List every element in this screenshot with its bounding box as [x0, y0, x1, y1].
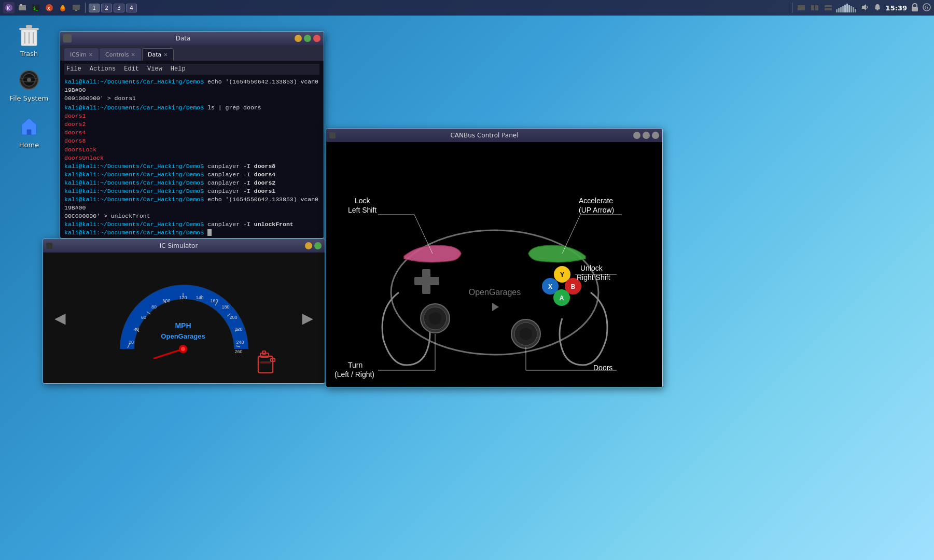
workspace-3-button[interactable]: 3	[114, 4, 124, 12]
svg-text:B: B	[571, 283, 576, 290]
terminal-window-icon	[63, 34, 72, 43]
menu-actions[interactable]: Actions	[90, 65, 116, 74]
svg-rect-12	[798, 5, 805, 10]
terminal-titlebar: Data	[60, 32, 324, 45]
svg-point-80	[429, 312, 441, 325]
svg-text:G: G	[925, 5, 928, 10]
taskbar-right: 15:39 G	[836, 3, 931, 13]
cmd-5: canplayer -I	[207, 179, 254, 186]
tab-data[interactable]: Data ✕	[142, 48, 174, 61]
tab-data-close[interactable]: ✕	[163, 52, 168, 58]
controller-brand: OpenGarages	[469, 288, 521, 297]
cmd-8: canplayer -I	[207, 221, 254, 228]
terminal-line-5: kali@kali:~/Documents/Car_Hacking/Demo$ …	[64, 179, 319, 187]
canbus-window-title: CANBus Control Panel	[338, 132, 631, 139]
doors-annotation: Doors	[593, 363, 612, 372]
next-arrow[interactable]: ▶	[302, 310, 313, 327]
turn-annotation-line1: Turn	[348, 361, 363, 369]
svg-rect-20	[842, 6, 844, 12]
tab-icsim-close[interactable]: ✕	[89, 52, 93, 58]
output-doors2: doors2	[64, 120, 319, 129]
cmd-4: canplayer -I	[207, 171, 254, 178]
home-icon-desktop[interactable]: Home	[8, 114, 50, 149]
svg-rect-18	[838, 8, 840, 12]
terminal-minimize-button[interactable]	[295, 35, 302, 42]
canbus-close-button[interactable]	[652, 132, 659, 139]
workspace-4-button[interactable]: 4	[126, 4, 137, 12]
taskbar-term-icon[interactable]: $_	[30, 2, 41, 13]
svg-point-68	[181, 347, 185, 351]
menu-file[interactable]: File	[66, 65, 81, 74]
menu-edit[interactable]: Edit	[124, 65, 139, 74]
taskbar-win-btn-1[interactable]	[796, 2, 807, 13]
taskbar-files-icon[interactable]	[17, 2, 28, 13]
svg-rect-13	[811, 5, 814, 10]
svg-rect-73	[260, 361, 271, 363]
filesystem-icon-desktop[interactable]: File System	[8, 67, 50, 102]
icsim-window: IC Simulator ◀ ▶ 20 40 60	[43, 239, 325, 384]
terminal-close-button[interactable]	[313, 35, 320, 42]
output-doors4: doors4	[64, 129, 319, 137]
terminal-line-9: kali@kali:~/Documents/Car_Hacking/Demo$	[64, 229, 319, 237]
svg-line-66	[154, 349, 183, 358]
svg-rect-14	[815, 5, 818, 10]
terminal-menu-bar: File Actions Edit View Help	[64, 64, 319, 75]
output-doorslock: doorsLock	[64, 146, 319, 154]
home-label: Home	[19, 141, 39, 149]
canbus-maximize-button[interactable]	[643, 132, 650, 139]
taskbar-win-btn-3[interactable]	[823, 2, 834, 13]
tab-controls[interactable]: Controls ✕	[100, 48, 141, 61]
icsim-window-icon	[46, 243, 52, 249]
canbus-minimize-button[interactable]	[633, 132, 640, 139]
workspace-2-button[interactable]: 2	[101, 4, 112, 12]
canbus-window-icon	[329, 132, 336, 138]
svg-text:200: 200	[229, 315, 237, 320]
prompt-6: kali@kali:~/Documents/Car_Hacking/Demo$	[64, 188, 204, 194]
taskbar-win-btn-2[interactable]	[809, 2, 820, 13]
menu-help[interactable]: Help	[171, 65, 186, 74]
terminal-body: File Actions Edit View Help kali@kali:~/…	[60, 61, 324, 238]
icsim-window-title: IC Simulator	[54, 242, 303, 249]
trash-label: Trash	[20, 50, 38, 58]
svg-text:X: X	[548, 283, 552, 290]
unlock-annotation-line2: Right Shift	[577, 273, 610, 282]
taskbar-monitor-icon[interactable]	[71, 2, 82, 13]
filesystem-icon-image	[17, 67, 41, 92]
network-icon[interactable]: G	[923, 3, 931, 13]
svg-rect-25	[853, 7, 854, 12]
lock-icon[interactable]	[911, 3, 918, 13]
taskbar-fire-icon[interactable]	[57, 2, 68, 13]
prev-arrow[interactable]: ◀	[54, 310, 66, 327]
svg-rect-27	[876, 9, 879, 10]
svg-rect-32	[19, 28, 39, 30]
tab-controls-close[interactable]: ✕	[131, 52, 135, 58]
cmd-1b: 0001000000' > doors1	[64, 95, 136, 102]
icsim-minimize-button[interactable]	[305, 242, 312, 249]
gas-can-icon	[255, 349, 278, 377]
taskbar-system-icon[interactable]: K	[3, 2, 15, 13]
output-doors1: doors1	[64, 112, 319, 120]
taskbar-separator-1	[85, 3, 86, 13]
volume-btn[interactable]	[861, 3, 869, 13]
trash-icon-desktop[interactable]: Trash	[8, 23, 50, 58]
unlock-annotation-line1: Unlock	[580, 264, 603, 272]
svg-rect-23	[848, 5, 850, 12]
icsim-body: ◀ ▶ 20 40 60 80 100 120 140	[43, 253, 325, 383]
accelerate-annotation-line2: (UP Arrow)	[579, 206, 614, 214]
svg-rect-33	[26, 25, 32, 28]
svg-text:x: x	[47, 5, 50, 11]
tab-controls-label: Controls	[105, 51, 129, 58]
cmd-4-bold: doors4	[254, 171, 275, 178]
prompt-3: kali@kali:~/Documents/Car_Hacking/Demo$	[64, 163, 204, 170]
svg-rect-28	[912, 7, 918, 11]
tab-icsim[interactable]: ICSim ✕	[64, 48, 99, 61]
cmd-8-bold: unlockFront	[254, 221, 294, 228]
icsim-maximize-button[interactable]	[314, 242, 322, 249]
terminal-maximize-button[interactable]	[304, 35, 311, 42]
prompt-8: kali@kali:~/Documents/Car_Hacking/Demo$	[64, 221, 204, 228]
workspace-1-button[interactable]: 1	[89, 4, 100, 12]
cmd-6: canplayer -I	[207, 188, 254, 194]
menu-view[interactable]: View	[147, 65, 162, 74]
taskbar-x-icon[interactable]: x	[44, 2, 55, 13]
notification-icon[interactable]	[873, 3, 882, 13]
